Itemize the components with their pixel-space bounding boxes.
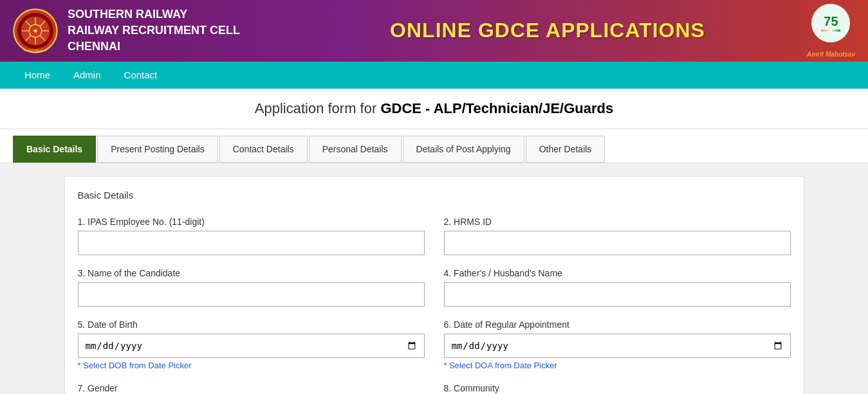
org-line3: CHENNAI — [68, 40, 120, 53]
field-ipas: 1. IPAS Employee No. (11-digit) — [78, 217, 425, 255]
azadi-badge: 75 Azadi Ka Amrit Mahotsav — [807, 4, 855, 58]
form-row-4: 7. Gender 8. Community — [78, 383, 791, 394]
header: INDIAN RAILWAYS SOUTHERN RAILWAY RAILWAY… — [0, 0, 868, 62]
page-title-prefix: Application form for — [255, 100, 381, 116]
label-dob: 5. Date of Birth — [78, 319, 425, 330]
nav-admin[interactable]: Admin — [62, 62, 113, 89]
label-hrms: 2. HRMS ID — [444, 217, 791, 227]
input-doa[interactable] — [444, 334, 791, 358]
navbar: Home Admin Contact — [0, 62, 868, 89]
header-center: ONLINE GDCE APPLICATIONS — [240, 19, 855, 42]
tab-other-details[interactable]: Other Details — [526, 136, 605, 163]
form-section: Basic Details 1. IPAS Employee No. (11-d… — [64, 176, 804, 394]
field-gender: 7. Gender — [78, 383, 425, 394]
field-candidate-name: 3. Name of the Candidate — [78, 268, 425, 307]
field-father-name: 4. Father's / Husband's Name — [444, 268, 791, 307]
railway-emblem: INDIAN RAILWAYS — [13, 8, 58, 53]
tabs-bar: Basic Details Present Posting Details Co… — [0, 129, 868, 163]
input-hrms-id[interactable] — [444, 231, 791, 255]
form-section-title: Basic Details — [78, 190, 791, 204]
tab-basic-details[interactable]: Basic Details — [13, 136, 96, 163]
azadi-label1: Azadi Ka — [807, 44, 855, 51]
form-row-2: 3. Name of the Candidate 4. Father's / H… — [78, 268, 791, 307]
label-ipas: 1. IPAS Employee No. (11-digit) — [78, 217, 425, 227]
tab-present-posting[interactable]: Present Posting Details — [97, 136, 218, 163]
nav-home[interactable]: Home — [13, 62, 62, 89]
tab-contact-details[interactable]: Contact Details — [219, 136, 308, 163]
azadi-number: 75 — [821, 14, 840, 29]
page-title-bold: GDCE - ALP/Technician/JE/Guards — [380, 100, 613, 116]
field-dob: 5. Date of Birth * Select DOB from Date … — [78, 319, 425, 370]
dob-date-picker-link[interactable]: * Select DOB from Date Picker — [78, 361, 425, 370]
org-line1: SOUTHERN RAILWAY — [68, 8, 187, 21]
label-father-name: 4. Father's / Husband's Name — [444, 268, 791, 278]
input-candidate-name[interactable] — [78, 282, 425, 307]
label-community: 8. Community — [444, 383, 791, 393]
tab-post-applying[interactable]: Details of Post Applying — [403, 136, 524, 163]
form-row-1: 1. IPAS Employee No. (11-digit) 2. HRMS … — [78, 217, 791, 255]
header-org-title: SOUTHERN RAILWAY RAILWAY RECRUITMENT CEL… — [68, 6, 240, 55]
main-title: ONLINE GDCE APPLICATIONS — [240, 19, 855, 42]
input-dob[interactable] — [78, 334, 425, 358]
input-father-husband-name[interactable] — [444, 282, 791, 307]
label-doa: 6. Date of Regular Appointment — [444, 319, 791, 330]
label-gender: 7. Gender — [78, 383, 425, 393]
svg-point-4 — [33, 29, 37, 33]
field-community: 8. Community — [444, 383, 791, 394]
label-candidate-name: 3. Name of the Candidate — [78, 268, 425, 278]
form-row-3: 5. Date of Birth * Select DOB from Date … — [78, 319, 791, 370]
doa-date-picker-link[interactable]: * Select DOA from Date Picker — [444, 361, 791, 370]
svg-text:INDIAN RAILWAYS: INDIAN RAILWAYS — [24, 48, 47, 51]
field-hrms: 2. HRMS ID — [444, 217, 791, 255]
azadi-label2: Amrit Mahotsav — [807, 51, 855, 58]
nav-contact[interactable]: Contact — [113, 62, 169, 89]
tab-personal-details[interactable]: Personal Details — [309, 136, 402, 163]
field-doa: 6. Date of Regular Appointment * Select … — [444, 319, 791, 370]
org-line2: RAILWAY RECRUITMENT CELL — [68, 24, 240, 37]
page-title-bar: Application form for GDCE - ALP/Technici… — [0, 89, 868, 129]
input-ipas-employee-no[interactable] — [78, 231, 425, 255]
